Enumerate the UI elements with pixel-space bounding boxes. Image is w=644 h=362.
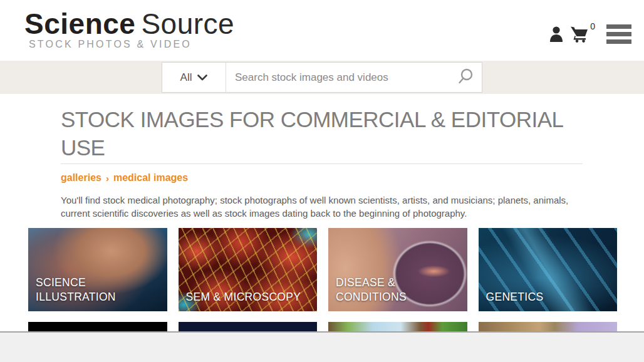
title-divider bbox=[61, 163, 583, 164]
cart-count-badge: 0 bbox=[590, 21, 595, 31]
person-icon bbox=[549, 35, 564, 44]
logo-word-science: Science bbox=[24, 8, 135, 40]
page: ScienceSource STOCK PHOTOS & VIDEO bbox=[0, 0, 644, 362]
cart-button[interactable]: 0 bbox=[570, 26, 589, 44]
logo-wordmark: ScienceSource bbox=[24, 9, 234, 38]
page-title: STOCK IMAGES FOR COMMERCIAL & EDITORIAL … bbox=[61, 105, 590, 162]
hamburger-bar bbox=[606, 24, 631, 29]
page-description: You'll find stock medical photography; s… bbox=[61, 194, 576, 220]
gallery-tile-label: SEM & MICROSCOPY bbox=[179, 284, 309, 311]
logo-tagline: STOCK PHOTOS & VIDEO bbox=[29, 39, 234, 50]
gallery-tile-label: GENETICS bbox=[479, 284, 551, 311]
breadcrumb-link-galleries[interactable]: galleries bbox=[61, 172, 101, 184]
hamburger-menu-button[interactable] bbox=[606, 24, 631, 44]
logo-word-source: Source bbox=[141, 8, 234, 40]
cart-icon bbox=[570, 35, 589, 44]
site-header: ScienceSource STOCK PHOTOS & VIDEO bbox=[0, 0, 644, 61]
chevron-down-icon bbox=[197, 72, 207, 83]
search-category-selected: All bbox=[180, 71, 192, 84]
breadcrumb-link-medical-images[interactable]: medical images bbox=[113, 172, 188, 184]
bottom-overlay-panel bbox=[0, 331, 644, 362]
gallery-tile-genetics[interactable]: GENETICS bbox=[479, 228, 618, 311]
gallery-tile-disease-conditions[interactable]: DISEASE & CONDITIONS bbox=[328, 228, 467, 311]
hamburger-bar bbox=[606, 39, 631, 44]
logo[interactable]: ScienceSource STOCK PHOTOS & VIDEO bbox=[24, 9, 234, 50]
breadcrumb-separator-icon: › bbox=[106, 173, 109, 184]
hamburger-bar bbox=[606, 32, 631, 36]
account-button[interactable] bbox=[549, 26, 564, 44]
search-input[interactable] bbox=[226, 63, 449, 92]
header-actions: 0 bbox=[549, 21, 631, 44]
gallery-tile-science-illustration[interactable]: SCIENCE ILLUSTRATION bbox=[28, 228, 167, 311]
search-submit-button[interactable] bbox=[449, 63, 482, 92]
search-band: All bbox=[0, 61, 644, 94]
search-category-dropdown[interactable]: All bbox=[162, 63, 226, 92]
gallery-tile-label: SCIENCE ILLUSTRATION bbox=[28, 269, 167, 311]
magnifier-icon bbox=[457, 68, 474, 87]
gallery-tile-label: DISEASE & CONDITIONS bbox=[328, 269, 467, 311]
search-box: All bbox=[162, 62, 482, 93]
breadcrumb: galleries › medical images bbox=[61, 172, 188, 184]
gallery-tile-sem-microscopy[interactable]: SEM & MICROSCOPY bbox=[179, 228, 318, 311]
